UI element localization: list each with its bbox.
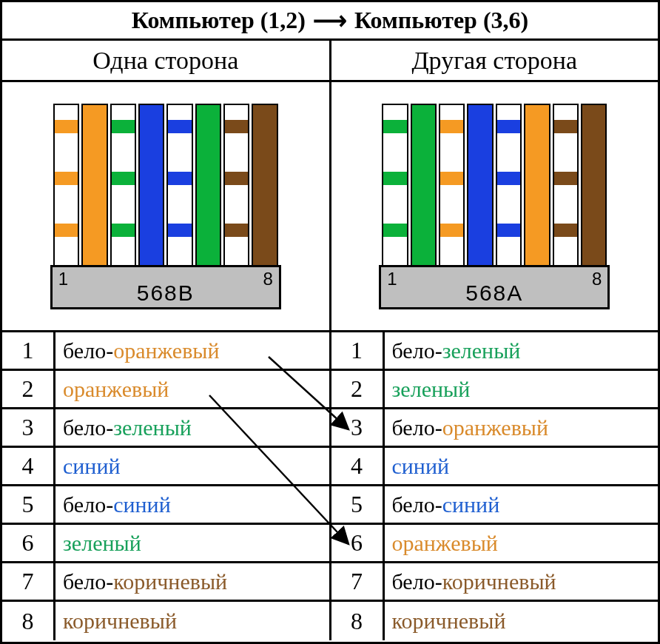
wire-brown-stripe (223, 104, 249, 268)
pin-number: 5 (2, 486, 55, 523)
table-row: 3бело-зеленый (2, 409, 329, 448)
pin-number: 1 (2, 332, 55, 369)
wire-color-label: зеленый (385, 371, 659, 407)
subheader-left: Одна сторона (2, 41, 331, 80)
wire-blue (467, 104, 493, 268)
pinout-table: 1бело-оранжевый2оранжевый3бело-зеленый4с… (2, 332, 658, 640)
pin-number: 4 (331, 448, 385, 484)
wire-color-label: бело-зеленый (55, 409, 329, 446)
wire-green (411, 104, 437, 268)
pin-number: 8 (2, 602, 55, 640)
wire-blue-stripe (166, 104, 192, 268)
wire-color-label: бело-синий (55, 486, 329, 523)
table-row: 8коричневый (2, 602, 329, 640)
wire-color-label: бело-оранжевый (385, 409, 659, 446)
wire-color-label: зеленый (55, 525, 329, 561)
wire-orange (81, 104, 107, 268)
wire-color-label: коричневый (385, 602, 659, 640)
pin-number: 7 (331, 563, 385, 600)
pinout-left: 1бело-оранжевый2оранжевый3бело-зеленый4с… (2, 332, 331, 640)
wire-color-label: синий (55, 448, 329, 484)
title-row: Компьютер (1,2) ⟶ Компьютер (3,6) (2, 2, 658, 41)
pin-number: 7 (2, 563, 55, 600)
wire-brown (581, 104, 607, 268)
wire-color-label: бело-коричневый (385, 563, 659, 600)
wire-green-stripe (382, 104, 408, 268)
table-row: 4синий (2, 448, 329, 486)
table-row: 3бело-оранжевый (331, 409, 659, 448)
table-row: 5бело-синий (2, 486, 329, 525)
table-row: 7бело-коричневый (331, 563, 659, 602)
pin-number: 3 (2, 409, 55, 446)
wire-blue-stripe (496, 104, 522, 268)
table-row: 1бело-оранжевый (2, 332, 329, 371)
title-right: Компьютер (3,6) (354, 7, 528, 34)
table-row: 7бело-коричневый (2, 563, 329, 602)
connector-568a: 1 8 568A (331, 82, 659, 330)
wire-orange-stripe (53, 104, 79, 268)
pin-number: 5 (331, 486, 385, 523)
wire-orange-stripe (439, 104, 465, 268)
standard-label: 568B (53, 281, 279, 306)
table-row: 2оранжевый (2, 371, 329, 409)
wire-color-label: бело-зеленый (385, 332, 659, 369)
pin-number: 8 (331, 602, 385, 640)
connector-568b: 1 8 568B (2, 82, 331, 330)
table-row: 1бело-зеленый (331, 332, 659, 371)
wire-color-label: бело-оранжевый (55, 332, 329, 369)
wire-color-label: оранжевый (385, 525, 659, 561)
pinout-right: 1бело-зеленый2зеленый3бело-оранжевый4син… (331, 332, 659, 640)
table-row: 4синий (331, 448, 659, 486)
pin-number: 6 (2, 525, 55, 561)
wire-brown (252, 104, 277, 268)
standard-label: 568A (381, 281, 607, 306)
wire-orange (524, 104, 550, 268)
wire-color-label: синий (385, 448, 659, 484)
pin-number: 1 (331, 332, 385, 369)
table-row: 2зеленый (331, 371, 659, 409)
connector-diagrams: 1 8 568B 1 8 568A (2, 82, 658, 332)
wire-color-label: бело-синий (385, 486, 659, 523)
wire-brown-stripe (553, 104, 579, 268)
wire-color-label: бело-коричневый (55, 563, 329, 600)
table-row: 6оранжевый (331, 525, 659, 563)
pin-number: 6 (331, 525, 385, 561)
crossover-cable-diagram: Компьютер (1,2) ⟶ Компьютер (3,6) Одна с… (0, 0, 660, 644)
pin-number: 2 (331, 371, 385, 407)
pin-number: 4 (2, 448, 55, 484)
arrow-icon: ⟶ (313, 7, 347, 35)
wire-blue (138, 104, 164, 268)
pin-number: 3 (331, 409, 385, 446)
wire-color-label: коричневый (55, 602, 329, 640)
title-left: Компьютер (1,2) (132, 7, 306, 34)
wire-green-stripe (110, 104, 136, 268)
pin-number: 2 (2, 371, 55, 407)
table-row: 6зеленый (2, 525, 329, 563)
table-row: 5бело-синий (331, 486, 659, 525)
subheader-row: Одна сторона Другая сторона (2, 41, 658, 82)
subheader-right: Другая сторона (331, 41, 659, 80)
wire-green (195, 104, 221, 268)
table-row: 8коричневый (331, 602, 659, 640)
wire-color-label: оранжевый (55, 371, 329, 407)
